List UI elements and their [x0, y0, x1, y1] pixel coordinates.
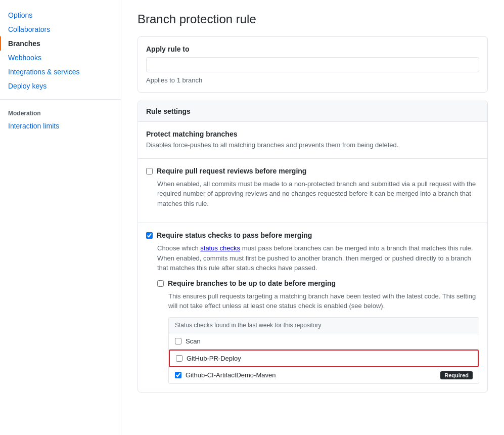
status-checks-link[interactable]: status checks — [200, 244, 240, 252]
protect-matching-title: Protect matching branches — [146, 130, 479, 138]
require-pr-reviews-section: Require pull request reviews before merg… — [138, 159, 487, 224]
rule-settings-card: Rule settings Protect matching branches … — [138, 101, 488, 393]
sidebar-item-webhooks[interactable]: Webhooks — [0, 51, 121, 65]
maven-label: Github-CI-ArtifactDemo-Maven — [186, 371, 276, 379]
sidebar-item-deploy-keys[interactable]: Deploy keys — [0, 79, 121, 93]
apply-rule-label: Apply rule to — [146, 45, 479, 53]
require-pr-reviews-desc: When enabled, all commits must be made t… — [157, 179, 479, 209]
require-pr-reviews-checkbox[interactable] — [146, 168, 153, 175]
require-status-checks-checkbox[interactable] — [146, 232, 153, 239]
scan-label: Scan — [186, 337, 201, 345]
applies-text: Applies to 1 branch — [146, 76, 479, 84]
status-check-github-pr-deploy: GitHub-PR-Deploy — [169, 350, 479, 367]
require-status-checks-desc: Choose which status checks must pass bef… — [157, 243, 479, 273]
protect-matching-desc: Disables force-pushes to all matching br… — [146, 140, 479, 150]
required-badge: Required — [440, 371, 473, 379]
scan-checkbox[interactable] — [175, 338, 181, 344]
main-content: Branch protection rule Apply rule to App… — [121, 0, 504, 435]
sidebar-item-integrations[interactable]: Integrations & services — [0, 65, 121, 79]
status-check-scan: Scan — [169, 333, 479, 350]
sidebar-item-branches[interactable]: Branches — [0, 36, 121, 51]
maven-checkbox[interactable] — [175, 372, 181, 378]
apply-rule-input[interactable] — [146, 57, 479, 72]
apply-rule-card: Apply rule to Applies to 1 branch — [138, 36, 488, 93]
sidebar: Options Collaborators Branches Webhooks … — [0, 0, 121, 435]
github-pr-deploy-label: GitHub-PR-Deploy — [187, 355, 241, 362]
github-pr-deploy-checkbox[interactable] — [176, 355, 182, 362]
rule-settings-header: Rule settings — [138, 101, 487, 122]
protect-matching-section: Protect matching branches Disables force… — [138, 122, 487, 159]
sidebar-moderation-header: Moderation — [0, 106, 121, 119]
require-pr-reviews-label: Require pull request reviews before merg… — [157, 167, 306, 175]
page-title: Branch protection rule — [138, 12, 488, 26]
sidebar-divider — [0, 99, 121, 100]
status-check-maven: Github-CI-ArtifactDemo-Maven Required — [169, 367, 479, 383]
status-checks-box: Status checks found in the last week for… — [168, 317, 479, 384]
require-status-checks-label: Require status checks to pass before mer… — [157, 231, 312, 239]
sidebar-item-options[interactable]: Options — [0, 8, 121, 22]
require-uptodate-desc: This ensures pull requests targeting a m… — [168, 291, 479, 311]
require-uptodate-subsection: Require branches to be up to date before… — [157, 279, 479, 384]
require-uptodate-label: Require branches to be up to date before… — [168, 279, 336, 287]
require-status-checks-section: Require status checks to pass before mer… — [138, 223, 487, 392]
sidebar-item-interaction-limits[interactable]: Interaction limits — [0, 119, 121, 133]
status-checks-header: Status checks found in the last week for… — [169, 318, 479, 333]
sidebar-item-collaborators[interactable]: Collaborators — [0, 22, 121, 36]
require-uptodate-checkbox[interactable] — [157, 280, 164, 287]
